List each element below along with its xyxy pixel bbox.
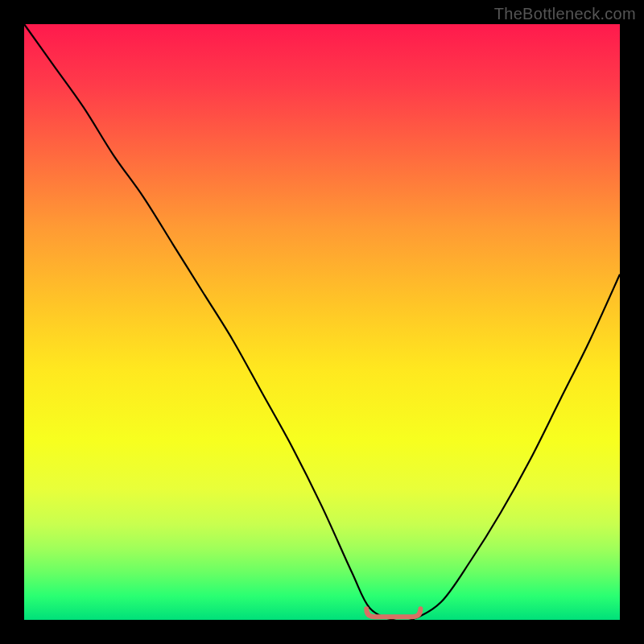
plot-area [24, 24, 620, 620]
chart-container: TheBottleneck.com [0, 0, 644, 644]
bottleneck-curve [24, 24, 620, 621]
watermark-text: TheBottleneck.com [494, 5, 636, 23]
chart-svg [24, 24, 620, 620]
